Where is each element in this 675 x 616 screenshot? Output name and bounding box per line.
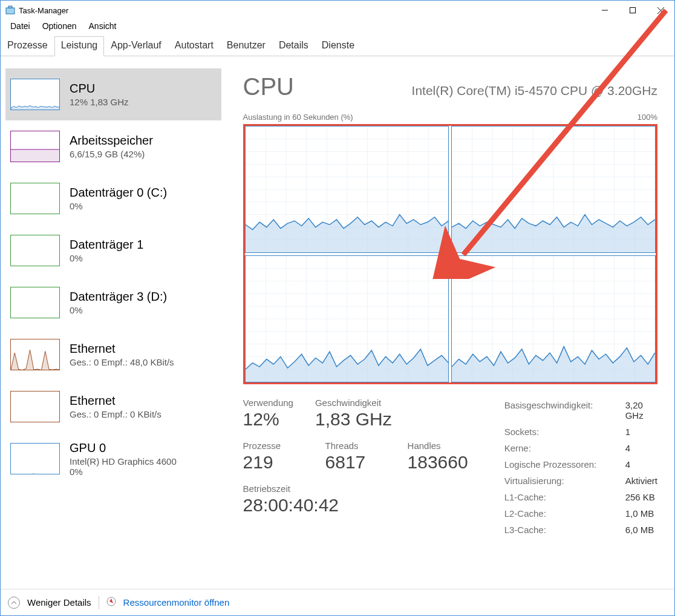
cpu-core-graph-2 bbox=[245, 255, 449, 382]
tab-details[interactable]: Details bbox=[272, 36, 315, 56]
sidebar-item-sub: Ges.: 0 Empf.: 0 KBit/s bbox=[70, 409, 161, 419]
tab-autostart[interactable]: Autostart bbox=[168, 36, 220, 56]
cpu-graph-grid bbox=[243, 124, 657, 384]
menubar: DateiOptionenAnsicht bbox=[1, 20, 674, 36]
info-row: Virtualisierung:Aktiviert bbox=[504, 476, 657, 486]
sidebar-item-sub: 0% bbox=[70, 201, 167, 211]
tab-bar: ProzesseLeistungApp-VerlaufAutostartBenu… bbox=[1, 36, 674, 56]
tab-prozesse[interactable]: Prozesse bbox=[1, 36, 54, 56]
sidebar-item-sub: Intel(R) HD Graphics 46000% bbox=[70, 456, 177, 477]
sidebar-thumb bbox=[10, 131, 60, 162]
sidebar-item-3[interactable]: Datenträger 10% bbox=[5, 224, 221, 277]
tab-leistung[interactable]: Leistung bbox=[54, 36, 105, 56]
main-panel: CPU Intel(R) Core(TM) i5-4570 CPU @ 3.20… bbox=[221, 56, 674, 589]
tab-dienste[interactable]: Dienste bbox=[315, 36, 361, 56]
info-row: Logische Prozessoren:4 bbox=[504, 459, 657, 470]
svg-rect-3 bbox=[630, 8, 636, 13]
sidebar-item-name: GPU 0 bbox=[70, 441, 177, 455]
close-button[interactable] bbox=[647, 1, 674, 20]
stat-usage: Verwendung12% bbox=[243, 398, 293, 430]
cpu-info-table: Basisgeschwindigkeit:3,20 GHzSockets:1Ke… bbox=[504, 400, 657, 535]
sidebar-item-7[interactable]: GPU 0Intel(R) HD Graphics 46000% bbox=[5, 433, 221, 485]
sidebar-item-1[interactable]: Arbeitsspeicher6,6/15,9 GB (42%) bbox=[5, 120, 221, 172]
sidebar-thumb bbox=[10, 79, 60, 110]
sidebar-item-6[interactable]: EthernetGes.: 0 Empf.: 0 KBit/s bbox=[5, 381, 221, 433]
info-row: Kerne:4 bbox=[504, 443, 657, 453]
sidebar-thumb bbox=[10, 391, 60, 422]
sidebar-item-sub: 12% 1,83 GHz bbox=[70, 97, 129, 107]
titlebar: Task-Manager bbox=[1, 1, 674, 20]
sidebar-item-2[interactable]: Datenträger 0 (C:)0% bbox=[5, 172, 221, 224]
svg-rect-6 bbox=[11, 149, 60, 162]
app-icon bbox=[5, 5, 15, 15]
sidebar-item-5[interactable]: EthernetGes.: 0 Empf.: 48,0 KBit/s bbox=[5, 329, 221, 381]
collapse-icon[interactable] bbox=[8, 597, 20, 609]
body: CPU12% 1,83 GHzArbeitsspeicher6,6/15,9 G… bbox=[1, 56, 674, 589]
sidebar-thumb bbox=[10, 183, 60, 214]
sidebar-item-4[interactable]: Datenträger 3 (D:)0% bbox=[5, 277, 221, 329]
tab-app-verlauf[interactable]: App-Verlauf bbox=[104, 36, 168, 56]
stat-handles: Handles183660 bbox=[408, 441, 468, 473]
window-controls bbox=[591, 1, 674, 20]
menu-ansicht[interactable]: Ansicht bbox=[84, 20, 122, 36]
stat-speed: Geschwindigkeit1,83 GHz bbox=[315, 398, 392, 430]
sidebar-item-name: Ethernet bbox=[70, 394, 161, 408]
sidebar-item-name: Datenträger 3 (D:) bbox=[70, 290, 167, 304]
minimize-button[interactable] bbox=[591, 1, 619, 20]
sidebar-item-name: Ethernet bbox=[70, 342, 174, 356]
sidebar-thumb bbox=[10, 339, 60, 370]
svg-rect-0 bbox=[6, 8, 15, 14]
info-row: L2-Cache:1,0 MB bbox=[504, 508, 657, 519]
sidebar-item-0[interactable]: CPU12% 1,83 GHz bbox=[5, 68, 221, 120]
svg-rect-1 bbox=[8, 6, 12, 8]
sidebar-thumb bbox=[10, 443, 60, 474]
sidebar-item-sub: Ges.: 0 Empf.: 48,0 KBit/s bbox=[70, 357, 174, 367]
menu-datei[interactable]: Datei bbox=[5, 20, 35, 36]
resmon-icon bbox=[106, 597, 116, 608]
stat-threads: Threads6817 bbox=[325, 441, 386, 473]
sidebar-item-sub: 0% bbox=[70, 305, 167, 315]
stat-uptime: Betriebszeit28:00:40:42 bbox=[243, 483, 468, 516]
cpu-core-graph-0 bbox=[245, 126, 449, 253]
sidebar-item-sub: 6,6/15,9 GB (42%) bbox=[70, 149, 153, 159]
sidebar-item-sub: 0% bbox=[70, 253, 143, 263]
page-title: CPU bbox=[243, 73, 294, 100]
fewer-details-button[interactable]: Weniger Details bbox=[27, 597, 91, 608]
footer: Weniger Details Ressourcenmonitor öffnen bbox=[1, 589, 674, 615]
divider bbox=[99, 596, 99, 609]
info-row: Sockets:1 bbox=[504, 427, 657, 437]
window-title: Task-Manager bbox=[19, 6, 68, 15]
open-resmon-link[interactable]: Ressourcenmonitor öffnen bbox=[123, 597, 230, 608]
sidebar-thumb bbox=[10, 235, 60, 266]
stat-processes: Prozesse219 bbox=[243, 441, 304, 473]
maximize-button[interactable] bbox=[619, 1, 647, 20]
sidebar-item-name: Datenträger 0 (C:) bbox=[70, 186, 167, 200]
sidebar-item-name: Arbeitsspeicher bbox=[70, 134, 153, 148]
sidebar-item-name: Datenträger 1 bbox=[70, 238, 143, 252]
sidebar: CPU12% 1,83 GHzArbeitsspeicher6,6/15,9 G… bbox=[1, 56, 221, 589]
info-row: L1-Cache:256 KB bbox=[504, 492, 657, 502]
sidebar-item-name: CPU bbox=[70, 82, 129, 96]
cpu-core-graph-1 bbox=[451, 126, 656, 253]
cpu-model: Intel(R) Core(TM) i5-4570 CPU @ 3.20GHz bbox=[412, 84, 657, 98]
menu-optionen[interactable]: Optionen bbox=[38, 20, 82, 36]
tab-benutzer[interactable]: Benutzer bbox=[220, 36, 272, 56]
sidebar-thumb bbox=[10, 287, 60, 318]
graph-label: Auslastung in 60 Sekunden (%) bbox=[243, 113, 353, 122]
graph-max: 100% bbox=[638, 113, 657, 122]
info-row: L3-Cache:6,0 MB bbox=[504, 525, 657, 535]
info-row: Basisgeschwindigkeit:3,20 GHz bbox=[504, 400, 657, 421]
cpu-core-graph-3 bbox=[451, 255, 656, 382]
